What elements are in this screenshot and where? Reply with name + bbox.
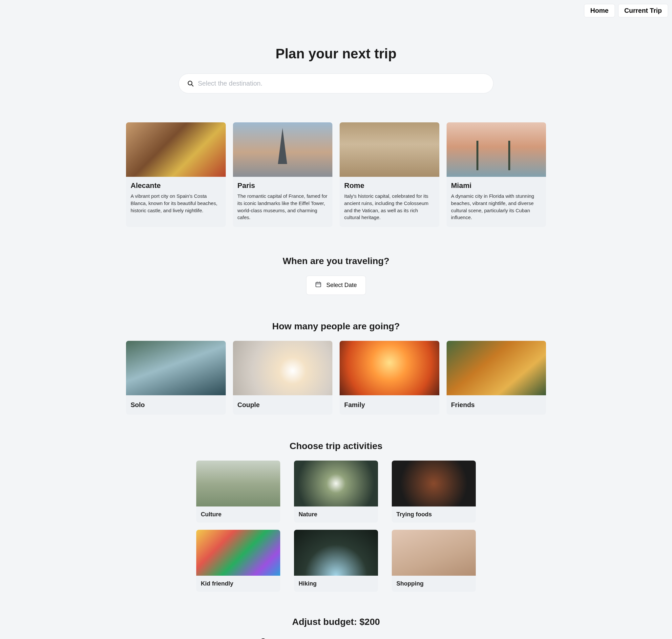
search-input[interactable] xyxy=(179,74,493,93)
people-option-family[interactable]: Family xyxy=(340,341,439,415)
activity-thumb xyxy=(294,461,378,506)
destination-thumb xyxy=(126,122,226,177)
activity-option-trying-foods[interactable]: Trying foods xyxy=(392,461,476,523)
page-title: Plan your next trip xyxy=(276,46,397,62)
activities-section-title: Choose trip activities xyxy=(289,441,382,451)
people-thumb xyxy=(446,341,546,395)
current-trip-button[interactable]: Current Trip xyxy=(618,4,668,17)
destination-desc: The romantic capital of France, famed fo… xyxy=(238,192,328,221)
people-thumb xyxy=(126,341,226,395)
destination-name: Miami xyxy=(451,182,542,190)
activity-option-shopping[interactable]: Shopping xyxy=(392,530,476,592)
activity-label: Trying foods xyxy=(392,506,476,523)
select-date-label: Select Date xyxy=(326,282,357,289)
people-grid: SoloCoupleFamilyFriends xyxy=(126,341,546,415)
select-date-button[interactable]: Select Date xyxy=(306,276,366,295)
activity-label: Kid friendly xyxy=(196,576,280,592)
destination-card-rome[interactable]: RomeItaly's historic capital, celebrated… xyxy=(340,122,439,227)
destination-name: Rome xyxy=(344,182,435,190)
activity-label: Hiking xyxy=(294,576,378,592)
destination-name: Paris xyxy=(238,182,328,190)
people-section-title: How many people are going? xyxy=(272,321,400,332)
svg-point-0 xyxy=(188,81,192,85)
date-section-title: When are you traveling? xyxy=(282,256,389,266)
activity-thumb xyxy=(392,530,476,576)
destination-card-paris[interactable]: ParisThe romantic capital of France, fam… xyxy=(233,122,333,227)
activity-label: Culture xyxy=(196,506,280,523)
people-option-friends[interactable]: Friends xyxy=(446,341,546,415)
people-thumb xyxy=(340,341,439,395)
people-label: Friends xyxy=(446,395,546,415)
activity-thumb xyxy=(294,530,378,576)
destination-thumb xyxy=(340,122,439,177)
destination-desc: A dynamic city in Florida with stunning … xyxy=(451,192,542,221)
search-container xyxy=(179,74,493,93)
destination-name: Alecante xyxy=(131,182,221,190)
activity-label: Nature xyxy=(294,506,378,523)
people-label: Family xyxy=(340,395,439,415)
destination-desc: Italy's historic capital, celebrated for… xyxy=(344,192,435,221)
destination-thumb xyxy=(233,122,333,177)
svg-line-1 xyxy=(192,84,194,86)
destination-card-miami[interactable]: MiamiA dynamic city in Florida with stun… xyxy=(446,122,546,227)
destination-thumb xyxy=(446,122,546,177)
destination-desc: A vibrant port city on Spain's Costa Bla… xyxy=(131,192,221,214)
people-label: Couple xyxy=(233,395,333,415)
destination-card-alecante[interactable]: AlecanteA vibrant port city on Spain's C… xyxy=(126,122,226,227)
activity-thumb xyxy=(196,461,280,506)
activity-option-hiking[interactable]: Hiking xyxy=(294,530,378,592)
svg-rect-2 xyxy=(316,282,321,287)
top-nav: Home Current Trip xyxy=(584,4,668,17)
home-button[interactable]: Home xyxy=(584,4,615,17)
calendar-icon xyxy=(315,281,322,289)
activities-grid: CultureNatureTrying foodsKid friendlyHik… xyxy=(196,461,476,592)
people-thumb xyxy=(233,341,333,395)
activity-option-kid-friendly[interactable]: Kid friendly xyxy=(196,530,280,592)
activity-option-nature[interactable]: Nature xyxy=(294,461,378,523)
people-label: Solo xyxy=(126,395,226,415)
budget-title: Adjust budget: $200 xyxy=(292,617,380,627)
people-option-couple[interactable]: Couple xyxy=(233,341,333,415)
people-option-solo[interactable]: Solo xyxy=(126,341,226,415)
destination-grid: AlecanteA vibrant port city on Spain's C… xyxy=(126,122,546,227)
activity-option-culture[interactable]: Culture xyxy=(196,461,280,523)
activity-thumb xyxy=(392,461,476,506)
search-icon xyxy=(187,80,194,87)
activity-thumb xyxy=(196,530,280,576)
activity-label: Shopping xyxy=(392,576,476,592)
